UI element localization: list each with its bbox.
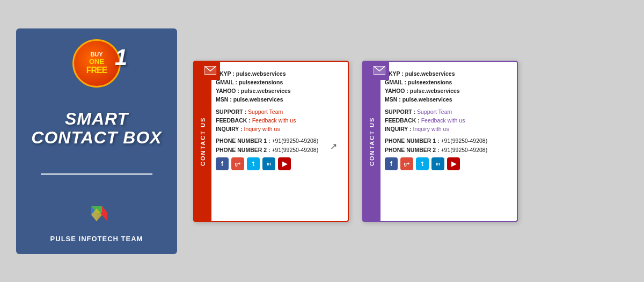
phone-section-2: PHONE NUMBER 1 : +91(99250-49208) PHONE …: [385, 136, 510, 154]
skype-line-1: SKYP : pulse.webservices: [216, 69, 341, 78]
phone2-line-2: PHONE NUMBER 2 : +91(99250-49208): [385, 146, 510, 154]
facebook-icon-1[interactable]: f: [216, 157, 229, 170]
phone1-line-1: PHONE NUMBER 1 : +91(99250-49208): [216, 136, 341, 145]
contact-card-2: CONTACT US SKYP : pulse.webservices GMAI…: [362, 61, 518, 222]
title-line1: SMART: [31, 110, 162, 128]
cube-logo-svg: [80, 201, 113, 230]
support-line-2: SUPPORT : Support Team: [385, 107, 510, 116]
feedback-link-1[interactable]: Feedback with us: [252, 117, 296, 124]
inquiry-line-2: INQUIRY : Inquiry with us: [385, 125, 510, 133]
cards-container: CONTACT US SKYP : pulse.webservices GMAI…: [193, 61, 518, 222]
social-icons-2: f g+ t in ▶: [385, 157, 510, 170]
logo-area: PULSE INFOTECH TEAM: [50, 201, 143, 243]
card-content-1: SKYP : pulse.webservices GMAIL : pulseex…: [211, 62, 348, 221]
youtube-icon-1[interactable]: ▶: [278, 157, 291, 170]
feedback-link-2[interactable]: Feedback with us: [421, 117, 465, 124]
contact-sidebar-1: CONTACT US: [194, 62, 211, 221]
support-line-1: SUPPORT : Support Team: [216, 107, 341, 116]
msn-line-2: MSN : pulse.webservices: [385, 95, 510, 104]
msn-line-1: MSN : pulse.webservices: [216, 95, 341, 104]
yahoo-line-1: YAHOO : pulse.webservices: [216, 86, 341, 95]
skype-line-2: SKYP : pulse.webservices: [385, 69, 510, 78]
envelope-icon-2: [370, 61, 389, 80]
phone2-line-1: PHONE NUMBER 2 : +91(99250-49208): [216, 146, 341, 154]
badge-buy-text: BUY: [90, 51, 103, 57]
left-panel: BUY ONE FREE 1 SMART CONTACT BOX: [16, 28, 177, 254]
links-section-1: SUPPORT : Support Team FEEDBACK : Feedba…: [216, 107, 341, 134]
support-link-1[interactable]: Support Team: [248, 109, 283, 115]
support-link-2[interactable]: Support Team: [417, 109, 452, 115]
social-icons-1: f g+ t in ▶: [216, 157, 341, 170]
youtube-icon-2[interactable]: ▶: [447, 157, 460, 170]
linkedin-icon-1[interactable]: in: [262, 157, 275, 170]
info-section-1: SKYP : pulse.webservices GMAIL : pulseex…: [216, 69, 341, 104]
envelope-icon-1: [201, 61, 220, 80]
googleplus-icon-2[interactable]: g+: [400, 157, 413, 170]
title-line2: CONTACT BOX: [31, 128, 162, 147]
main-wrapper: BUY ONE FREE 1 SMART CONTACT BOX: [11, 18, 633, 265]
inquiry-line-1: INQUIRY : Inquiry with us: [216, 125, 341, 133]
badge-one-text: ONE: [89, 57, 104, 66]
divider: [41, 173, 152, 175]
badge-number: 1: [115, 46, 127, 69]
badge-circle: BUY ONE FREE 1: [72, 39, 121, 88]
linkedin-icon-2[interactable]: in: [431, 157, 444, 170]
gmail-line-1: GMAIL : pulseextensions: [216, 78, 341, 86]
yahoo-line-2: YAHOO : pulse.webservices: [385, 86, 510, 95]
gmail-line-2: GMAIL : pulseextensions: [385, 78, 510, 86]
facebook-icon-2[interactable]: f: [385, 157, 398, 170]
googleplus-icon-1[interactable]: g+: [231, 157, 244, 170]
left-title: SMART CONTACT BOX: [31, 110, 162, 147]
phone1-line-2: PHONE NUMBER 1 : +91(99250-49208): [385, 136, 510, 145]
feedback-line-2: FEEDBACK : Feedback with us: [385, 116, 510, 125]
buy-one-badge: BUY ONE FREE 1: [67, 39, 126, 88]
badge-free-text: FREE: [86, 66, 107, 75]
card-content-2: SKYP : pulse.webservices GMAIL : pulseex…: [380, 62, 517, 221]
inquiry-link-2[interactable]: Inquiry with us: [413, 126, 449, 132]
inquiry-link-1[interactable]: Inquiry with us: [244, 126, 280, 132]
links-section-2: SUPPORT : Support Team FEEDBACK : Feedba…: [385, 107, 510, 134]
info-section-2: SKYP : pulse.webservices GMAIL : pulseex…: [385, 69, 510, 104]
twitter-icon-2[interactable]: t: [416, 157, 429, 170]
svg-marker-2: [102, 206, 107, 221]
contact-sidebar-2: CONTACT US: [363, 62, 380, 221]
logo-text: PULSE INFOTECH TEAM: [50, 235, 143, 243]
phone-section-1: PHONE NUMBER 1 : +91(99250-49208) PHONE …: [216, 136, 341, 154]
contact-card-1: CONTACT US SKYP : pulse.webservices GMAI…: [193, 61, 349, 222]
twitter-icon-1[interactable]: t: [247, 157, 260, 170]
feedback-line-1: FEEDBACK : Feedback with us: [216, 116, 341, 125]
